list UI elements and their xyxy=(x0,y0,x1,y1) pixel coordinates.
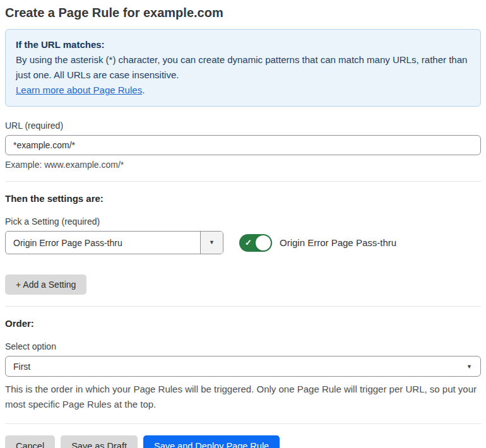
order-select-value: First xyxy=(13,362,30,372)
info-box-heading: If the URL matches: xyxy=(16,37,470,52)
url-input[interactable] xyxy=(5,135,481,155)
order-helper-text: This is the order in which your Page Rul… xyxy=(5,382,481,412)
form-actions: Cancel Save as Draft Save and Deploy Pag… xyxy=(5,435,481,448)
pick-setting-label: Pick a Setting (required) xyxy=(5,216,481,227)
cancel-button[interactable]: Cancel xyxy=(5,435,55,448)
url-match-info-box: If the URL matches: By using the asteris… xyxy=(5,29,481,107)
page-title: Create a Page Rule for example.com xyxy=(5,5,481,20)
toggle-label: Origin Error Page Pass-thru xyxy=(280,237,396,248)
divider xyxy=(5,181,481,182)
save-as-draft-button[interactable]: Save as Draft xyxy=(61,435,138,448)
info-box-body: By using the asterisk (*) character, you… xyxy=(16,52,470,83)
add-setting-button[interactable]: + Add a Setting xyxy=(5,274,86,295)
setting-select-arrow-button[interactable]: ▼ xyxy=(200,232,223,254)
setting-select-value: Origin Error Page Pass-thru xyxy=(6,232,200,254)
info-box-link-line: Learn more about Page Rules. xyxy=(16,83,470,98)
order-section-heading: Order: xyxy=(5,318,481,329)
learn-more-link[interactable]: Learn more about Page Rules xyxy=(16,85,142,95)
settings-section-heading: Then the settings are: xyxy=(5,193,481,204)
chevron-down-icon: ▼ xyxy=(466,363,472,369)
setting-row: Origin Error Page Pass-thru ▼ ✓ Origin E… xyxy=(5,231,481,254)
url-example-helper: Example: www.example.com/* xyxy=(5,160,481,170)
toggle-knob xyxy=(256,235,271,251)
check-icon: ✓ xyxy=(245,239,252,247)
order-select-label: Select option xyxy=(5,341,481,351)
setting-select[interactable]: Origin Error Page Pass-thru ▼ xyxy=(5,231,223,254)
save-and-deploy-button[interactable]: Save and Deploy Page Rule xyxy=(143,435,280,448)
setting-toggle[interactable]: ✓ xyxy=(239,234,272,252)
divider xyxy=(5,306,481,307)
chevron-down-icon: ▼ xyxy=(209,240,215,245)
order-select[interactable]: First ▼ xyxy=(5,356,481,377)
divider xyxy=(5,423,481,424)
page-rule-form: Create a Page Rule for example.com If th… xyxy=(0,0,486,448)
url-field-label: URL (required) xyxy=(5,121,481,131)
link-suffix: . xyxy=(142,85,145,95)
